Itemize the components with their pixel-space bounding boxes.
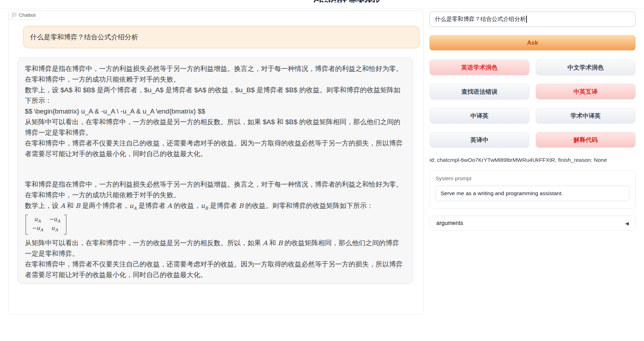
- chat-bubble-icon: [12, 12, 17, 17]
- bot-raw-latex: $$ \begin{bmatrix} u_A & -u_A \ -u_A & u…: [25, 106, 406, 117]
- status-line: id: chatcmpl-6wOo7KrYTwMl89lbrMWRu4UkFFX…: [430, 157, 635, 163]
- bot-raw-paragraph: 在零和博弈中，博弈者不仅要关注自己的收益，还需要考虑对手的收益。因为一方取得的收…: [25, 138, 406, 159]
- arguments-label: arguments: [436, 220, 463, 226]
- quick-button-2[interactable]: 中文学术润色: [536, 60, 635, 75]
- user-message-text: 什么是零和博弈？结合公式介绍分析: [30, 33, 138, 42]
- bot-raw-paragraph: 从矩阵中可以看出，在零和博弈中，一方的收益是另一方的相反数。所以，如果 $A$ …: [25, 117, 406, 138]
- user-message-bubble: 什么是零和博弈？结合公式介绍分析: [23, 26, 420, 48]
- chatbot-label: Chatbot: [19, 12, 36, 18]
- ask-button[interactable]: Ask: [430, 35, 635, 50]
- bot-rendered-paragraph: 在零和博弈中，博弈者不仅要关注自己的收益，还需要考虑对手的收益。因为一方取得的收…: [25, 259, 406, 280]
- matrix-right-bracket: [64, 215, 66, 235]
- bot-rendered-paragraph: 从矩阵中可以看出，在零和博弈中，一方的收益是另一方的相反数。所以，如果 A 和 …: [25, 238, 406, 259]
- page-title: ChatGPT 学术优化: [272, 0, 421, 2]
- question-input[interactable]: 什么是零和博弈？结合公式介绍分析: [430, 12, 635, 27]
- quick-button-8[interactable]: 解释代码: [536, 132, 635, 148]
- collapse-arrow-icon: ◀: [625, 221, 629, 226]
- quick-action-grid: 英语学术润色中文学术润色查找语法错误中英互译中译英学术中译英英译中解释代码: [430, 60, 635, 148]
- quick-button-1[interactable]: 英语学术润色: [430, 60, 529, 75]
- bot-raw-paragraph: 零和博弈是指在博弈中，一方的利益损失必然等于另一方的利益增益。换言之，对于每一种…: [25, 64, 406, 85]
- paragraph-gap: [25, 159, 406, 179]
- quick-button-4[interactable]: 中英互译: [536, 84, 635, 99]
- top-divider: [0, 9, 644, 9]
- quick-button-5[interactable]: 中译英: [430, 108, 529, 123]
- system-prompt-input[interactable]: Serve me as a writing and programming as…: [436, 186, 629, 201]
- bot-message-bubble: 零和博弈是指在博弈中，一方的利益损失必然等于另一方的利益增益。换言之，对于每一种…: [17, 57, 413, 284]
- control-column: 什么是零和博弈？结合公式介绍分析 Ask 英语学术润色中文学术润色查找语法错误中…: [430, 12, 635, 231]
- question-input-value: 什么是零和博弈？结合公式介绍分析: [435, 16, 526, 23]
- bot-raw-paragraph: 数学上，设 $A$ 和 $B$ 是两个博弈者，$u_A$ 是博弈者 $A$ 的收…: [25, 85, 406, 106]
- quick-button-6[interactable]: 学术中译英: [536, 108, 635, 123]
- bot-rendered-paragraph: 数学上，设 A 和 B 是两个博弈者，uA 是博弈者 A 的收益，uB 是博弈者…: [25, 200, 406, 214]
- arguments-accordion[interactable]: arguments ◀: [430, 216, 635, 231]
- system-prompt-label: System prompt: [436, 175, 629, 181]
- quick-button-3[interactable]: 查找语法错误: [430, 84, 529, 99]
- text-caret: [526, 16, 527, 23]
- chatbot-panel: Chatbot 什么是零和博弈？结合公式介绍分析 零和博弈是指在博弈中，一方的利…: [8, 10, 424, 314]
- system-prompt-group: System prompt Serve me as a writing and …: [430, 170, 635, 209]
- matrix-left-bracket: [26, 215, 28, 235]
- chatbot-label-chip: Chatbot: [8, 10, 40, 20]
- bot-rendered-paragraph: 零和博弈是指在博弈中，一方的利益损失必然等于另一方的利益增益。换言之，对于每一种…: [25, 179, 406, 200]
- quick-button-7[interactable]: 英译中: [430, 132, 529, 148]
- payoff-matrix: uA−uA−uAuA: [26, 215, 66, 235]
